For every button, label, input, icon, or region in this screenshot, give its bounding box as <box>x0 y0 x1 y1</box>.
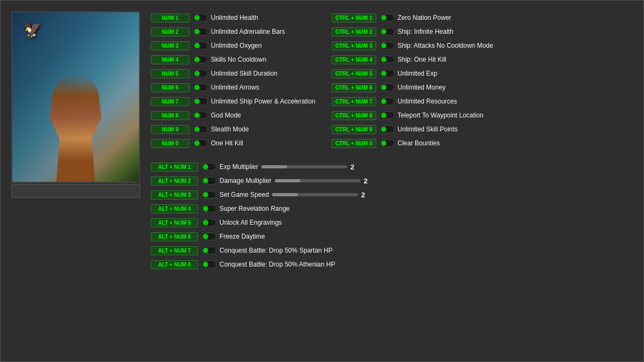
slider-track[interactable] <box>275 179 361 182</box>
toggle-button[interactable] <box>193 14 208 21</box>
key-badge[interactable]: NUM 8 <box>151 111 189 120</box>
key-badge[interactable]: CTRL + NUM 5 <box>332 69 376 78</box>
cheat-label: Unlimited Money <box>398 84 445 91</box>
cheat-item: CTRL + NUM 6 Unlimited Money <box>332 81 493 94</box>
toggle-button[interactable] <box>201 247 216 254</box>
key-badge[interactable]: NUM 7 <box>151 97 189 106</box>
key-badge[interactable]: CTRL + NUM 9 <box>332 125 376 134</box>
toggle-button[interactable] <box>379 125 394 133</box>
key-badge[interactable]: NUM 4 <box>151 55 189 64</box>
key-badge[interactable]: NUM 1 <box>151 13 189 23</box>
cheat-item: CTRL + NUM 7 Unlimited Resources <box>332 95 493 108</box>
cheat-item: ALT + NUM 5 Unlock All Engravings <box>151 216 633 229</box>
toggle-button[interactable] <box>379 139 394 147</box>
toggle-button[interactable] <box>193 139 208 147</box>
cheat-label: Set Game Speed <box>219 191 269 198</box>
ctrl-cheats-col: CTRL + NUM 1 Zero Nation Power CTRL + NU… <box>332 11 493 150</box>
slider-value: 2 <box>364 177 372 185</box>
key-badge[interactable]: ALT + NUM 8 <box>151 260 198 269</box>
key-badge[interactable]: ALT + NUM 5 <box>151 218 198 227</box>
key-badge[interactable]: NUM 3 <box>151 41 189 50</box>
slider-track[interactable] <box>272 193 358 196</box>
cheat-item: CTRL + NUM 0 Clear Bounties <box>332 137 493 150</box>
key-badge[interactable]: NUM 9 <box>151 125 189 134</box>
game-panel: 🦅 <box>11 11 140 271</box>
toggle-button[interactable] <box>193 28 208 35</box>
toggle-button[interactable] <box>193 112 208 119</box>
cheat-label: One Hit Kill <box>211 139 243 147</box>
toggle-button[interactable] <box>193 56 208 63</box>
key-badge[interactable]: NUM 0 <box>151 139 189 148</box>
key-badge[interactable]: CTRL + NUM 8 <box>332 111 376 120</box>
alt-cheats-col: ALT + NUM 1 Exp Multiplier 2 ALT + NUM 2… <box>151 160 633 271</box>
toggle-button[interactable] <box>379 28 394 35</box>
toggle-button[interactable] <box>193 125 208 133</box>
toggle-button[interactable] <box>379 112 394 119</box>
key-badge[interactable]: NUM 6 <box>151 83 189 92</box>
cheat-label: Freeze Daytime <box>219 233 265 240</box>
version-label <box>11 184 140 198</box>
cheat-label: Teleport To Waypoint Location <box>398 112 484 119</box>
slider-track[interactable] <box>261 165 347 168</box>
toggle-button[interactable] <box>193 42 208 49</box>
key-badge[interactable]: NUM 2 <box>151 27 189 36</box>
cheat-item: NUM 4 Skills No Cooldown <box>151 53 316 66</box>
key-badge[interactable]: ALT + NUM 7 <box>151 246 198 255</box>
toggle-button[interactable] <box>193 98 208 105</box>
cheat-label: Unlimited Skill Duration <box>211 70 277 77</box>
cheat-item: NUM 5 Unlimited Skill Duration <box>151 67 316 80</box>
num-cheats-col: NUM 1 Unlimited Health NUM 2 Unlimited A… <box>151 11 316 150</box>
key-badge[interactable]: CTRL + NUM 2 <box>332 27 376 36</box>
key-badge[interactable]: CTRL + NUM 1 <box>332 13 376 23</box>
toggle-button[interactable] <box>201 191 216 198</box>
num-ctrl-section: NUM 1 Unlimited Health NUM 2 Unlimited A… <box>151 11 633 150</box>
key-badge[interactable]: CTRL + NUM 3 <box>332 41 376 50</box>
toggle-button[interactable] <box>379 98 394 105</box>
toggle-button[interactable] <box>193 70 208 77</box>
cheat-label: Zero Nation Power <box>398 14 451 21</box>
cheat-item: ALT + NUM 8 Conquest Battle: Drop 50% At… <box>151 258 633 271</box>
toggle-button[interactable] <box>201 177 216 184</box>
toggle-button[interactable] <box>201 219 216 226</box>
cheat-item: CTRL + NUM 3 Ship: Attacks No Cooldown M… <box>332 39 493 52</box>
cheat-label: Unlimited Oxygen <box>211 42 262 49</box>
key-badge[interactable]: ALT + NUM 2 <box>151 176 198 186</box>
cheat-label: Unlock All Engravings <box>219 219 282 226</box>
slider-value: 2 <box>350 163 359 171</box>
toggle-button[interactable] <box>201 261 216 268</box>
key-badge[interactable]: CTRL + NUM 4 <box>332 55 376 64</box>
key-badge[interactable]: CTRL + NUM 6 <box>332 83 376 92</box>
cheat-item: ALT + NUM 1 Exp Multiplier 2 <box>151 160 633 173</box>
cheat-item: CTRL + NUM 5 Unlimited Exp <box>332 67 493 80</box>
key-badge[interactable]: ALT + NUM 3 <box>151 190 198 200</box>
cheat-label: Unlimited Arrows <box>211 84 259 91</box>
eagle-icon: 🦅 <box>23 20 42 38</box>
toggle-button[interactable] <box>201 233 216 240</box>
key-badge[interactable]: ALT + NUM 6 <box>151 232 198 241</box>
toggle-button[interactable] <box>201 205 216 212</box>
key-badge[interactable]: ALT + NUM 4 <box>151 204 198 213</box>
cheat-item: NUM 7 Unlimited Ship Power & Acceleratio… <box>151 95 316 108</box>
main-window: 🦅 NUM 1 Unlimited Health NUM 2 Un <box>0 0 644 362</box>
key-badge[interactable]: NUM 5 <box>151 69 189 78</box>
slider-fill <box>272 193 298 196</box>
toggle-button[interactable] <box>379 14 394 21</box>
key-badge[interactable]: CTRL + NUM 7 <box>332 97 376 106</box>
toggle-button[interactable] <box>193 84 208 91</box>
cheat-label: Damage Multiplier <box>219 177 272 184</box>
cheat-item: CTRL + NUM 2 Ship: Infinite Health <box>332 25 493 38</box>
toggle-button[interactable] <box>379 56 394 63</box>
cheat-item: ALT + NUM 4 Super Revelation Range <box>151 202 633 215</box>
toggle-button[interactable] <box>379 84 394 91</box>
cheat-item: CTRL + NUM 8 Teleport To Waypoint Locati… <box>332 109 493 122</box>
cheat-label: Unlimited Health <box>211 14 258 21</box>
toggle-button[interactable] <box>201 163 216 171</box>
cheat-label: Ship: Infinite Health <box>398 28 453 35</box>
key-badge[interactable]: ALT + NUM 1 <box>151 162 198 172</box>
toggle-button[interactable] <box>379 70 394 77</box>
key-badge[interactable]: CTRL + NUM 0 <box>332 139 376 148</box>
cheat-label: God Mode <box>211 112 241 119</box>
cheat-item: ALT + NUM 6 Freeze Daytime <box>151 230 633 243</box>
cheat-item: NUM 0 One Hit Kill <box>151 137 316 150</box>
toggle-button[interactable] <box>379 42 394 49</box>
